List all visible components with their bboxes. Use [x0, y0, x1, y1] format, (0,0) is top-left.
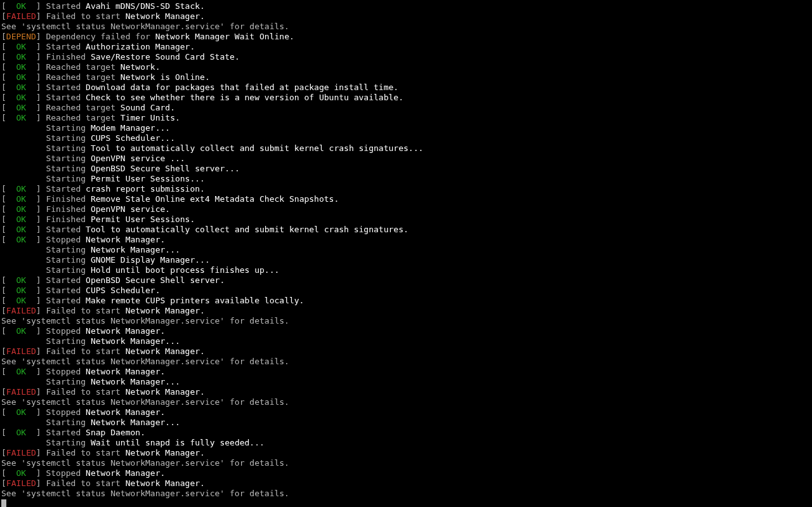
boot-line: Starting Network Manager... [1, 418, 812, 428]
cursor [1, 499, 6, 507]
boot-line: [ OK ] Finished OpenVPN service. [1, 204, 812, 214]
boot-line: [ OK ] Reached target Timer Units. [1, 113, 812, 123]
boot-line: [ OK ] Stopped Network Manager. [1, 468, 812, 478]
boot-line: [FAILED] Failed to start Network Manager… [1, 448, 812, 458]
boot-line: See 'systemctl status NetworkManager.ser… [1, 357, 812, 367]
boot-line: Starting Network Manager... [1, 245, 812, 255]
boot-line: [ OK ] Started Snap Daemon. [1, 428, 812, 438]
boot-line: Starting CUPS Scheduler... [1, 133, 812, 143]
boot-line: [FAILED] Failed to start Network Manager… [1, 478, 812, 489]
boot-line: [FAILED] Failed to start Network Manager… [1, 387, 812, 397]
boot-line: [FAILED] Failed to start Network Manager… [1, 346, 812, 357]
boot-line: [FAILED] Failed to start Network Manager… [1, 11, 812, 22]
boot-line: Starting OpenBSD Secure Shell server... [1, 164, 812, 174]
boot-line: [ OK ] Finished Save/Restore Sound Card … [1, 52, 812, 62]
boot-line: Starting Wait until snapd is fully seede… [1, 438, 812, 448]
boot-line: Starting Permit User Sessions... [1, 174, 812, 184]
boot-line: Starting Tool to automatically collect a… [1, 143, 812, 154]
boot-line: Starting Network Manager... [1, 336, 812, 346]
boot-line: See 'systemctl status NetworkManager.ser… [1, 316, 812, 326]
boot-line: Starting Modem Manager... [1, 123, 812, 133]
boot-line: Starting Network Manager... [1, 377, 812, 387]
boot-line: [ OK ] Started Check to see whether ther… [1, 93, 812, 103]
boot-line: [ OK ] Started Make remote CUPS printers… [1, 296, 812, 306]
boot-line: [ OK ] Stopped Network Manager. [1, 326, 812, 336]
boot-line: Starting Hold until boot process finishe… [1, 265, 812, 275]
boot-line: [ OK ] Started Download data for package… [1, 82, 812, 93]
boot-line: [ OK ] Started CUPS Scheduler. [1, 286, 812, 296]
boot-line: Starting OpenVPN service ... [1, 154, 812, 164]
boot-line: [ OK ] Started Authorization Manager. [1, 42, 812, 52]
boot-line: [FAILED] Failed to start Network Manager… [1, 306, 812, 316]
boot-line: [ OK ] Reached target Sound Card. [1, 103, 812, 113]
boot-line: See 'systemctl status NetworkManager.ser… [1, 489, 812, 499]
boot-line: Starting GNOME Display Manager... [1, 255, 812, 265]
boot-line: See 'systemctl status NetworkManager.ser… [1, 397, 812, 407]
boot-console: [ OK ] Started Avahi mDNS/DNS-SD Stack.[… [0, 0, 812, 507]
cursor-line [1, 499, 812, 507]
boot-line: [DEPEND] Dependency failed for Network M… [1, 32, 812, 42]
boot-line: [ OK ] Reached target Network is Online. [1, 72, 812, 82]
boot-line: [ OK ] Finished Remove Stale Online ext4… [1, 194, 812, 204]
boot-line: [ OK ] Stopped Network Manager. [1, 367, 812, 377]
boot-line: [ OK ] Reached target Network. [1, 62, 812, 72]
boot-line: [ OK ] Finished Permit User Sessions. [1, 214, 812, 225]
boot-line: [ OK ] Stopped Network Manager. [1, 235, 812, 245]
boot-line: [ OK ] Started Tool to automatically col… [1, 225, 812, 235]
boot-line: [ OK ] Started OpenBSD Secure Shell serv… [1, 275, 812, 286]
boot-line: See 'systemctl status NetworkManager.ser… [1, 22, 812, 32]
boot-line: [ OK ] Started crash report submission. [1, 184, 812, 194]
boot-line: See 'systemctl status NetworkManager.ser… [1, 458, 812, 468]
boot-line: [ OK ] Stopped Network Manager. [1, 407, 812, 418]
boot-line: [ OK ] Started Avahi mDNS/DNS-SD Stack. [1, 1, 812, 11]
